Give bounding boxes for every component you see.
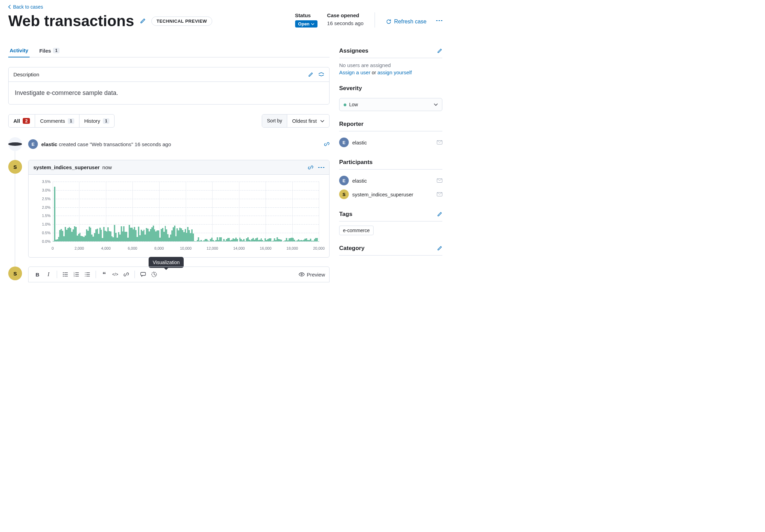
description-label: Description (13, 72, 39, 77)
svg-rect-20 (86, 276, 90, 276)
avatar: S (8, 267, 22, 280)
svg-rect-2 (441, 20, 442, 21)
files-count-badge: 1 (53, 48, 60, 53)
status-dropdown[interactable]: Open (295, 20, 317, 28)
filter-history-button[interactable]: History 1 (79, 115, 114, 127)
comment-more-button[interactable] (318, 167, 324, 168)
filter-history-count: 1 (103, 118, 109, 124)
mail-icon[interactable] (437, 192, 442, 196)
tab-files[interactable]: Files 1 (38, 47, 61, 57)
link-button[interactable] (121, 270, 131, 279)
svg-rect-19 (86, 274, 90, 274)
collapse-description-button[interactable] (318, 72, 324, 77)
assignees-none-text: No users are assigned (339, 62, 442, 68)
case-opened-value: 16 seconds ago (327, 20, 364, 26)
avatar: E (339, 138, 349, 147)
edit-category-button[interactable] (437, 246, 442, 251)
svg-rect-9 (64, 274, 68, 274)
svg-rect-3 (318, 167, 320, 168)
svg-rect-4 (321, 167, 322, 168)
visualization-button[interactable] (149, 270, 159, 279)
mail-icon[interactable] (437, 140, 442, 144)
sort-by-label: Sort by (262, 115, 287, 127)
technical-preview-badge: TECHNICAL PREVIEW (151, 17, 212, 26)
assignees-title: Assignees (339, 47, 368, 54)
svg-rect-11 (64, 276, 68, 276)
chart[interactable]: 0.0%0.5%1.0%1.5%2.0%2.5%3.0%3.5%02,0004,… (53, 182, 319, 250)
checklist-button[interactable] (83, 270, 92, 279)
svg-rect-15 (75, 274, 79, 274)
svg-point-8 (63, 274, 64, 275)
case-opened-label: Case opened (327, 12, 364, 18)
italic-button[interactable]: I (44, 270, 53, 279)
svg-point-6 (63, 272, 64, 273)
filter-all-count: 2 (23, 118, 30, 124)
assign-user-link[interactable]: Assign a user (339, 69, 370, 75)
timeline-entry-text: elastic created case "Web transactions" … (41, 141, 171, 147)
code-button[interactable]: </> (110, 270, 120, 279)
back-to-cases-label: Back to cases (13, 4, 43, 10)
svg-rect-5 (323, 167, 324, 168)
comment-time: now (103, 164, 112, 170)
copy-link-button[interactable] (308, 165, 313, 170)
sort-dropdown[interactable]: Oldest first (287, 115, 329, 127)
numbered-list-button[interactable]: 123 (72, 270, 81, 279)
status-label: Status (295, 12, 317, 18)
edit-tags-button[interactable] (437, 211, 442, 217)
svg-rect-1 (439, 20, 440, 21)
refresh-case-button[interactable]: Refresh case (386, 12, 427, 25)
svg-rect-0 (436, 20, 438, 21)
participant-row: S system_indices_superuser (339, 187, 442, 201)
copy-link-button[interactable] (324, 141, 330, 147)
svg-rect-18 (86, 272, 90, 273)
avatar: E (339, 176, 349, 185)
bold-button[interactable]: B (33, 270, 42, 279)
category-title: Category (339, 245, 365, 252)
comment-author: system_indices_superuser (33, 164, 100, 170)
severity-dropdown[interactable]: Low (339, 98, 442, 111)
filter-all-button[interactable]: All 2 (9, 115, 35, 127)
tags-title: Tags (339, 211, 352, 218)
edit-assignees-button[interactable] (437, 48, 442, 54)
assign-yourself-link[interactable]: assign yourself (377, 69, 412, 75)
more-actions-button[interactable] (436, 12, 442, 21)
tab-activity[interactable]: Activity (8, 47, 30, 57)
svg-rect-21 (141, 272, 146, 275)
svg-rect-7 (64, 272, 68, 273)
edit-title-button[interactable] (140, 18, 146, 24)
description-body: Investigate e-commerce sample data. (9, 82, 329, 104)
edit-description-button[interactable] (308, 72, 313, 77)
reporter-title: Reporter (339, 121, 364, 128)
quote-button[interactable]: “ (99, 270, 109, 279)
bullet-list-button[interactable] (61, 270, 70, 279)
comment-editor-toolbar: B I 123 “ </> (28, 267, 330, 282)
svg-text:3: 3 (74, 275, 75, 277)
svg-point-10 (63, 276, 64, 277)
page-title: Web transactions (8, 12, 134, 30)
tag-chip[interactable]: e-commerce (339, 226, 374, 235)
avatar: S (339, 189, 349, 199)
participant-row: E elastic (339, 174, 442, 187)
filter-comments-count: 1 (68, 118, 74, 124)
svg-rect-13 (75, 272, 79, 273)
svg-point-23 (301, 274, 302, 275)
preview-button[interactable]: Preview (299, 272, 325, 278)
avatar: S (8, 160, 22, 174)
activity-filter-group: All 2 Comments 1 History 1 (8, 114, 115, 128)
description-panel: Description Investigate e-commerce sampl… (8, 67, 330, 105)
reporter-row: E elastic (339, 135, 442, 149)
participants-title: Participants (339, 159, 373, 166)
comment-icon-button[interactable] (138, 270, 148, 279)
filter-comments-button[interactable]: Comments 1 (35, 115, 79, 127)
back-to-cases-link[interactable]: Back to cases (8, 0, 442, 11)
severity-title: Severity (339, 85, 362, 92)
svg-rect-17 (75, 276, 79, 276)
avatar: E (28, 139, 38, 149)
mail-icon[interactable] (437, 178, 442, 183)
comment-card: system_indices_superuser now 0.0%0.5%1.0… (28, 160, 330, 258)
timeline-dot (8, 137, 22, 151)
